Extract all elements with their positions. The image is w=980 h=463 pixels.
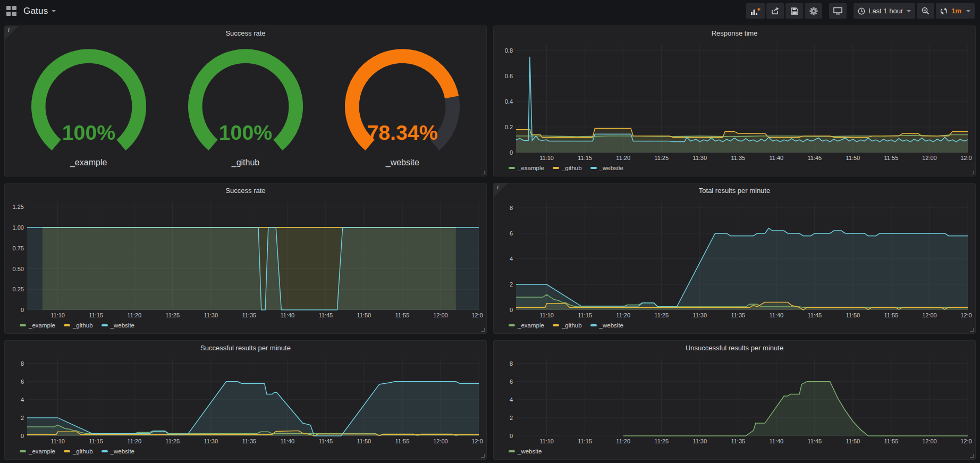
unsuccessful-results-chart[interactable]: 0246811:1011:1511:2011:2511:3011:3511:40…: [497, 355, 972, 445]
legend-item-example[interactable]: _example: [20, 448, 55, 454]
svg-text:11:50: 11:50: [846, 155, 860, 161]
svg-text:4: 4: [21, 397, 24, 403]
svg-text:2: 2: [21, 415, 24, 421]
svg-text:0: 0: [21, 307, 24, 313]
panel-title[interactable]: Success rate: [225, 187, 265, 195]
svg-text:0.4: 0.4: [505, 98, 513, 105]
legend-swatch: [553, 324, 559, 326]
panel-title[interactable]: Unsuccessful results per minute: [686, 344, 783, 352]
panel-title[interactable]: Success rate: [225, 29, 265, 37]
panel-title[interactable]: Total results per minute: [699, 187, 770, 195]
legend-item-website[interactable]: _website: [102, 448, 134, 454]
panel-info-corner[interactable]: [494, 183, 508, 197]
panel-title[interactable]: Successful results per minute: [200, 344, 291, 352]
panel-title[interactable]: Response time: [712, 29, 758, 37]
panel-resize-handle[interactable]: [481, 171, 485, 174]
chevron-down-icon: [966, 10, 970, 12]
panel-resize-handle[interactable]: [970, 328, 974, 332]
gauge-example: 100% _example: [18, 46, 160, 167]
legend-item-example[interactable]: _example: [20, 322, 55, 329]
svg-text:11:45: 11:45: [319, 438, 333, 444]
legend-swatch: [20, 450, 26, 452]
refresh-icon: [940, 7, 948, 15]
legend-item-github[interactable]: _github: [553, 322, 582, 329]
svg-text:11:25: 11:25: [654, 155, 669, 161]
svg-text:11:55: 11:55: [884, 155, 899, 161]
panel-resize-handle[interactable]: [481, 454, 485, 458]
svg-text:11:55: 11:55: [395, 438, 410, 444]
svg-text:11:10: 11:10: [50, 438, 65, 444]
panel-resize-handle[interactable]: [970, 454, 974, 458]
legend-swatch: [509, 167, 515, 169]
svg-text:0: 0: [510, 307, 513, 313]
panel-resize-handle[interactable]: [970, 171, 974, 174]
svg-text:11:25: 11:25: [654, 438, 669, 444]
legend-series-name: _github: [562, 322, 582, 329]
add-panel-button[interactable]: [746, 3, 765, 19]
legend-item-github[interactable]: _github: [553, 165, 582, 171]
response-time-chart[interactable]: 00.20.40.60.811:1011:1511:2011:2511:3011…: [497, 40, 972, 162]
tv-mode-button[interactable]: [829, 3, 847, 19]
chart-legend: _example_github_website: [8, 319, 483, 331]
svg-text:2: 2: [510, 415, 513, 421]
legend-item-website[interactable]: _website: [102, 322, 134, 329]
svg-text:11:15: 11:15: [578, 155, 592, 161]
svg-text:11:50: 11:50: [846, 438, 860, 444]
legend-item-website[interactable]: _website: [590, 165, 623, 171]
chart-legend: _website: [497, 445, 972, 457]
success-rate-chart[interactable]: 00.250.500.751.001.2511:1011:1511:2011:2…: [8, 197, 483, 319]
svg-text:11:30: 11:30: [204, 312, 218, 318]
svg-text:11:20: 11:20: [616, 312, 630, 318]
svg-text:12:00: 12:00: [922, 155, 937, 161]
legend-item-github[interactable]: _github: [64, 322, 93, 329]
successful-results-chart[interactable]: 0246811:1011:1511:2011:2511:3011:3511:40…: [8, 355, 483, 445]
svg-text:12:00: 12:00: [433, 438, 448, 444]
legend-item-website[interactable]: _website: [590, 322, 623, 329]
svg-text:8: 8: [21, 360, 24, 367]
svg-text:11:40: 11:40: [769, 155, 783, 161]
legend-item-website[interactable]: _website: [509, 448, 542, 454]
svg-text:11:50: 11:50: [357, 438, 371, 444]
dashboard-picker-icon[interactable]: [6, 6, 16, 16]
dashboard-grid: i Success rate 100% _example 100% _githu…: [0, 22, 980, 460]
legend-item-github[interactable]: _github: [64, 448, 93, 454]
svg-text:78.34%: 78.34%: [367, 121, 438, 144]
legend-swatch: [509, 450, 515, 452]
refresh-interval-label: 1m: [951, 7, 961, 15]
panel-resize-handle[interactable]: [481, 328, 485, 332]
svg-text:12:05: 12:05: [471, 438, 483, 444]
svg-text:0: 0: [510, 433, 513, 439]
legend-item-example[interactable]: _example: [509, 165, 544, 171]
svg-text:11:15: 11:15: [89, 312, 103, 318]
svg-text:11:35: 11:35: [731, 155, 745, 161]
svg-text:11:20: 11:20: [127, 438, 141, 444]
panel-successful-results: Successful results per minute 0246811:10…: [4, 340, 487, 460]
refresh-button[interactable]: 1m: [936, 3, 975, 19]
dashboard-title[interactable]: Gatus: [23, 6, 56, 16]
svg-text:12:05: 12:05: [471, 312, 483, 318]
settings-button[interactable]: [805, 3, 822, 19]
time-range-label: Last 1 hour: [868, 7, 903, 15]
svg-text:11:15: 11:15: [578, 438, 592, 444]
legend-series-name: _website: [518, 448, 542, 454]
svg-text:11:35: 11:35: [242, 312, 256, 318]
svg-text:0: 0: [21, 433, 24, 439]
svg-text:0.8: 0.8: [505, 47, 513, 54]
share-button[interactable]: [766, 3, 784, 19]
add-panel-icon: [750, 7, 761, 15]
gauge-row: 100% _example 100% _github 78.34% _websi…: [5, 40, 486, 176]
time-range-picker[interactable]: Last 1 hour: [854, 3, 915, 19]
panel-info-corner[interactable]: [5, 26, 19, 40]
legend-item-example[interactable]: _example: [509, 322, 544, 329]
svg-text:11:20: 11:20: [127, 312, 141, 318]
svg-text:12:05: 12:05: [960, 438, 972, 444]
zoom-out-button[interactable]: [917, 3, 934, 19]
legend-series-name: _example: [518, 165, 544, 171]
svg-text:11:45: 11:45: [808, 312, 822, 318]
total-results-chart[interactable]: 0246811:1011:1511:2011:2511:3011:3511:40…: [497, 197, 972, 319]
svg-text:11:35: 11:35: [731, 438, 745, 444]
svg-text:8: 8: [510, 360, 513, 367]
legend-series-name: _website: [111, 448, 134, 454]
save-button[interactable]: [785, 3, 803, 19]
svg-text:11:15: 11:15: [89, 438, 103, 444]
